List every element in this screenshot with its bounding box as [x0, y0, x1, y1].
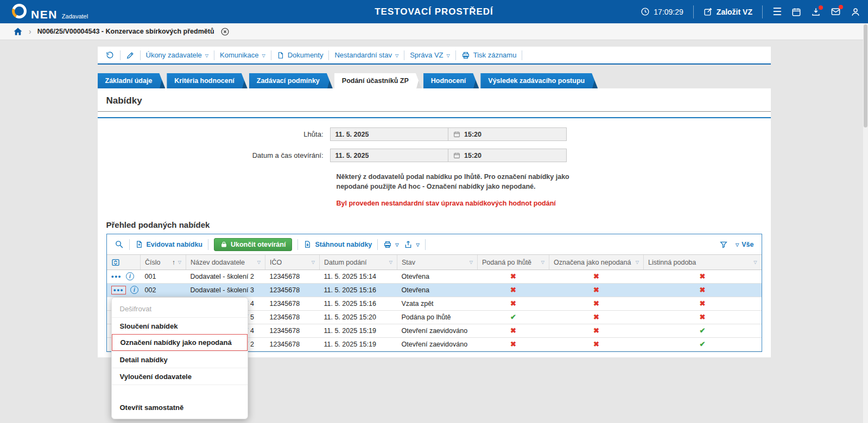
column-header[interactable]: IČO▽: [265, 255, 320, 270]
row-actions-icon[interactable]: ●●●: [111, 286, 126, 294]
create-vz-button[interactable]: Založit VZ: [704, 7, 752, 16]
register-offer-button[interactable]: Evidovat nabídku: [135, 240, 203, 248]
messages-button[interactable]: [831, 7, 841, 17]
context-menu-item[interactable]: Otevřít samostatně: [112, 399, 248, 416]
column-header[interactable]: Podaná po lhůtě▽: [478, 255, 549, 270]
calendar-button[interactable]: [791, 7, 801, 17]
column-header[interactable]: Název dodavatele▽: [186, 255, 265, 270]
search-icon[interactable]: [115, 240, 124, 249]
context-menu-item[interactable]: Vyloučení dodavatele: [112, 368, 248, 384]
column-settings-header[interactable]: [107, 255, 141, 270]
brand-subtitle: Zadavatel: [62, 14, 88, 20]
filter-icon[interactable]: [719, 240, 728, 249]
view-all-dropdown[interactable]: ▽ Vše: [736, 241, 753, 248]
page-content: Úkony zadavatele▽ Komunikace▽ Dokumenty …: [98, 47, 771, 357]
column-header[interactable]: Listinná podoba▽: [644, 255, 762, 270]
row-info-icon[interactable]: i: [126, 272, 134, 280]
tab-1[interactable]: Základní údaje: [98, 73, 166, 88]
filter-caret-icon[interactable]: ▽: [312, 260, 315, 265]
home-icon[interactable]: [13, 27, 23, 36]
page-scrollbar[interactable]: [863, 23, 868, 423]
divider: [297, 239, 298, 250]
close-circle-icon[interactable]: [220, 27, 230, 36]
tab-2[interactable]: Kritéria hodnocení: [167, 73, 247, 88]
document-plus-icon: [135, 240, 143, 248]
column-header[interactable]: Označena jako nepodaná▽: [549, 255, 644, 270]
breadcrumb-item[interactable]: N006/25/V00004543 - Konzervace sbírkovýc…: [37, 28, 214, 35]
menu-dokumenty[interactable]: Dokumenty: [277, 51, 324, 59]
export-button[interactable]: ▽: [404, 240, 419, 249]
row-info-icon[interactable]: i: [130, 286, 138, 294]
download-offers-button[interactable]: Stáhnout nabídky: [303, 240, 372, 248]
clock-widget: 17:09:29: [641, 7, 683, 16]
deadline-field: 11. 5. 2025 15:20: [330, 127, 567, 141]
cross-icon: ✖: [510, 340, 516, 348]
divider: [129, 239, 130, 250]
filter-caret-icon[interactable]: ▽: [470, 260, 473, 265]
deadline-time-field[interactable]: 15:20: [448, 128, 566, 140]
context-menu-item[interactable]: Označení nabídky jako nepodaná: [112, 334, 248, 351]
column-header[interactable]: Číslo↑▽: [141, 255, 186, 270]
divider: [214, 50, 214, 60]
table-header-row: Číslo↑▽Název dodavatele▽IČO▽Datum podání…: [107, 255, 762, 270]
opening-date-field[interactable]: 11. 5. 2025: [331, 149, 448, 162]
menu-sprava-vz[interactable]: Správa VZ▽: [410, 51, 450, 59]
export-icon: [404, 240, 413, 249]
end-opening-button[interactable]: Ukončit otevírání: [214, 238, 292, 251]
divider: [693, 5, 694, 18]
cross-icon: ✖: [700, 272, 706, 280]
divider: [328, 50, 329, 60]
table-row[interactable]: ●●●i002Dodavatel - školení 31234567811. …: [107, 283, 762, 297]
opening-time-field[interactable]: 15:20: [448, 149, 566, 162]
cross-icon: ✖: [700, 299, 706, 307]
filter-caret-icon[interactable]: ▽: [541, 260, 544, 265]
printer-icon: [383, 240, 392, 249]
offers-table-container: Evidovat nabídku Ukončit otevírání Stáhn…: [106, 234, 762, 352]
environment-title: TESTOVACÍ PROSTŘEDÍ: [375, 7, 493, 17]
history-button[interactable]: [105, 50, 115, 60]
filter-caret-icon[interactable]: ▽: [636, 260, 639, 265]
divider: [455, 50, 456, 60]
main-panel: Nabídky Lhůta: 11. 5. 2025 15:20 Datum a…: [98, 88, 771, 357]
profile-button[interactable]: [851, 7, 860, 17]
cross-icon: ✖: [510, 286, 516, 294]
column-header[interactable]: Stav▽: [397, 255, 478, 270]
calendar-small-icon: [453, 152, 460, 159]
chevron-right-icon: ›: [29, 27, 31, 36]
tab-4[interactable]: Podání účastníků ZP: [334, 73, 422, 88]
lock-icon: [220, 241, 227, 248]
sort-asc-icon: ↑: [172, 259, 175, 266]
menu-ukony-zadavatele[interactable]: Úkony zadavatele▽: [146, 51, 209, 59]
printer-icon: [461, 51, 470, 60]
scrollbar-thumb[interactable]: [864, 24, 867, 127]
column-header[interactable]: Datum podání▽: [320, 255, 397, 270]
print-record-button[interactable]: Tisk záznamu: [461, 51, 517, 60]
menu-button[interactable]: ☰: [772, 7, 782, 17]
filter-caret-icon[interactable]: ▽: [257, 260, 261, 265]
print-grid-button[interactable]: ▽: [383, 240, 398, 249]
filter-caret-icon[interactable]: ▽: [178, 260, 181, 265]
menu-nestandardni-stav[interactable]: Nestandardní stav▽: [334, 51, 398, 59]
divider: [271, 50, 271, 60]
nen-logo[interactable]: NEN Zadavatel: [12, 4, 88, 20]
downloads-button[interactable]: [811, 7, 821, 17]
chevron-down-icon: ▽: [395, 241, 398, 247]
edit-square-icon: [704, 7, 713, 16]
divider: [140, 50, 141, 60]
context-menu-item[interactable]: Sloučení nabídek: [112, 317, 248, 334]
tab-5[interactable]: Hodnocení: [423, 73, 479, 88]
row-actions-icon[interactable]: ●●●: [111, 274, 122, 279]
chevron-down-icon: ▽: [447, 52, 450, 58]
table-row[interactable]: ●●●i001Dodavatel - školení 21234567811. …: [107, 270, 762, 283]
menu-komunikace[interactable]: Komunikace▽: [220, 51, 265, 59]
record-actions-toolbar: Úkony zadavatele▽ Komunikace▽ Dokumenty …: [98, 47, 771, 65]
edit-pencil-button[interactable]: [126, 51, 135, 60]
chevron-down-icon: ▽: [736, 241, 739, 247]
hamburger-icon: ☰: [772, 7, 782, 17]
deadline-date-field[interactable]: 11. 5. 2025: [331, 128, 448, 140]
filter-caret-icon[interactable]: ▽: [753, 260, 757, 265]
tab-3[interactable]: Zadávací podmínky: [249, 73, 333, 88]
tab-6[interactable]: Výsledek zadávacího postupu: [480, 73, 598, 88]
filter-caret-icon[interactable]: ▽: [389, 260, 392, 265]
context-menu-item[interactable]: Detail nabídky: [112, 351, 248, 368]
